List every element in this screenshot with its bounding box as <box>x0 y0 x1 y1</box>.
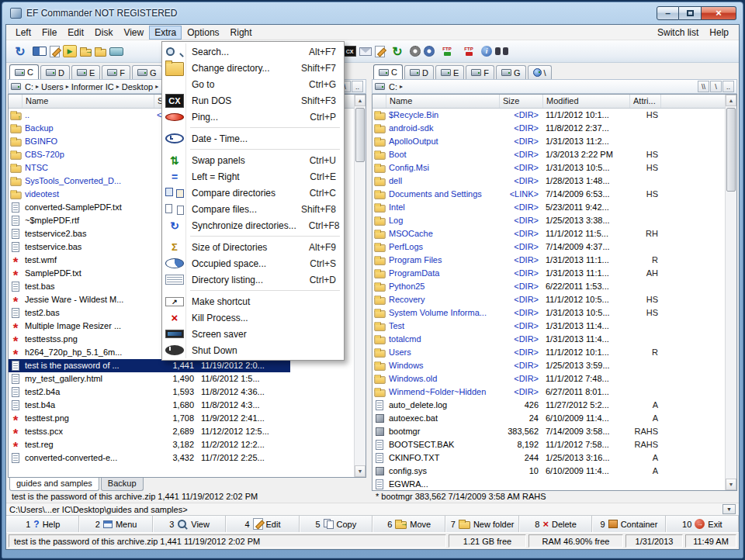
menu-help[interactable]: Help <box>704 26 734 40</box>
fkey-menu[interactable]: 2Menu <box>79 516 152 532</box>
mail-icon[interactable] <box>359 47 372 56</box>
scroll-thumb[interactable] <box>726 108 736 192</box>
file-row[interactable]: test is the password of ...1,44111/19/20… <box>9 359 290 372</box>
run-icon[interactable]: ▶ <box>63 45 77 57</box>
process-gear-icon[interactable] <box>410 46 421 57</box>
menu-disk[interactable]: Disk <box>89 26 118 40</box>
file-row[interactable]: Windows.old<DIR>11/1/2012 7:48... <box>372 372 661 385</box>
file-row[interactable]: Program Files<DIR>1/31/2013 11:1...R <box>372 254 661 267</box>
file-row[interactable]: EGWRA... <box>372 478 661 490</box>
fkey-exit[interactable]: 10→Exit <box>666 516 739 532</box>
file-row[interactable]: Python25<DIR>6/22/2011 1:53... <box>372 280 661 293</box>
file-row[interactable]: $Recycle.Bin<DIR>11/1/2012 10:1...HS <box>372 109 661 122</box>
file-row[interactable]: test2.b4a1,59311/8/2012 4:36... <box>9 385 290 399</box>
scroll-up-icon[interactable]: ▲ <box>355 95 366 106</box>
menu-item-shut-down[interactable]: Shut Down <box>164 342 342 358</box>
drive-tab-network[interactable]: \ <box>528 65 552 79</box>
menu-item-make-shortcut[interactable]: ↗Make shortcut <box>164 293 342 309</box>
drive-tab-d[interactable]: D <box>404 65 434 79</box>
folder-tab-backup[interactable]: Backup <box>101 478 144 491</box>
fkey-copy[interactable]: 5Copy <box>300 516 372 532</box>
column-header-name[interactable]: Name <box>23 95 154 108</box>
fkey-new-folder[interactable]: 7New folder <box>445 516 518 532</box>
file-row[interactable]: Intel<DIR>5/23/2011 9:42... <box>372 201 661 214</box>
file-row[interactable]: ApolloOutput<DIR>1/31/2013 11:2... <box>372 135 661 148</box>
close-button[interactable]: × <box>702 6 736 20</box>
menu-left[interactable]: Left <box>10 26 36 40</box>
fkey-delete[interactable]: 8×Delete <box>519 516 592 532</box>
column-header-modified[interactable]: Modified <box>543 95 630 108</box>
file-row[interactable]: autoexec.bat246/10/2009 11:4...A <box>372 412 661 425</box>
command-history-dropdown[interactable]: ▼ <box>722 504 736 514</box>
find-binoculars-icon[interactable] <box>495 47 508 55</box>
menu-view[interactable]: View <box>118 26 149 40</box>
drives-icon[interactable] <box>109 47 123 56</box>
drive-tab-e[interactable]: E <box>435 65 464 79</box>
breadcrumb-segment[interactable]: C: <box>23 82 35 92</box>
menu-switch-list[interactable]: Switch list <box>652 26 704 40</box>
file-row[interactable]: MSOCache<DIR>11/1/2012 11:5...RH <box>372 227 661 240</box>
file-row[interactable]: Recovery<DIR>11/1/2012 10:5...HS <box>372 293 661 306</box>
file-row[interactable]: totalcmd<DIR>1/31/2013 11:4... <box>372 333 661 346</box>
menu-item-swap-panels[interactable]: ⇅Swap panelsCtrl+U <box>164 152 342 168</box>
menu-right[interactable]: Right <box>225 26 258 40</box>
file-row[interactable]: testss.pcx2,68911/12/2012 12:5... <box>9 425 290 438</box>
menu-item-left-right[interactable]: =Left = RightCtrl+E <box>164 168 342 185</box>
title-bar[interactable]: EF Commander NOT REGISTERED – × <box>2 2 743 22</box>
menu-item-kill-process[interactable]: ×Kill Process... <box>164 309 342 326</box>
file-row[interactable]: System Volume Informa...<DIR>1/31/2013 1… <box>372 306 661 320</box>
drive-tab-d[interactable]: D <box>40 65 70 79</box>
fkey-container[interactable]: 9Container <box>592 516 665 532</box>
synchronize-icon[interactable]: ↻ <box>388 42 407 60</box>
file-row[interactable]: Documents and Settings<LINK>7/14/2009 6:… <box>372 188 661 201</box>
menu-item-synchronize-directories[interactable]: ↻Synchronize directories...Ctrl+F8 <box>164 217 342 233</box>
ftp-connect-icon[interactable]: FTP <box>438 42 456 60</box>
file-row[interactable]: Windows<DIR>1/25/2013 3:59... <box>372 359 661 372</box>
path-button-parent[interactable]: .. <box>352 81 363 92</box>
refresh-icon[interactable]: ↻ <box>11 42 29 60</box>
ftp-disconnect-icon[interactable]: FTP <box>459 42 478 60</box>
menu-options[interactable]: Options <box>182 26 224 40</box>
minimize-button[interactable]: – <box>657 6 679 20</box>
path-button-network[interactable]: \\ <box>698 81 709 92</box>
drive-tab-f[interactable]: F <box>466 65 494 79</box>
drive-tab-g[interactable]: G <box>496 65 526 79</box>
menu-item-ping[interactable]: Ping...Ctrl+P <box>164 109 342 125</box>
menu-item-size-of-directories[interactable]: ΣSize of DirectoriesAlt+F9 <box>164 239 342 255</box>
column-header-attri[interactable]: Attri... <box>630 95 661 108</box>
menu-item-go-to[interactable]: Go toCtrl+G <box>164 76 342 92</box>
file-row[interactable]: android-sdk<DIR>11/8/2012 2:37... <box>372 122 661 135</box>
fkey-help[interactable]: 1?Help <box>6 516 79 532</box>
scroll-thumb[interactable] <box>355 108 365 162</box>
help-book-icon[interactable] <box>33 47 47 56</box>
folder-tab-guides-and-samples[interactable]: guides and samples <box>9 478 99 491</box>
drive-tab-e[interactable]: E <box>71 65 100 79</box>
file-row[interactable]: config.sys106/10/2009 11:4...A <box>372 465 661 478</box>
menu-item-search[interactable]: Search...Alt+F7 <box>164 43 342 60</box>
file-row[interactable]: dell<DIR>1/28/2013 1:48... <box>372 175 661 188</box>
fkey-move[interactable]: 6Move <box>372 516 445 532</box>
file-row[interactable]: Winmend~Folder~Hidden<DIR>6/27/2011 8:01… <box>372 385 661 399</box>
scroll-down-icon[interactable]: ▼ <box>355 465 366 477</box>
command-line[interactable]: C:\Users\...er IC\Desktop\guides and sam… <box>6 503 739 515</box>
menu-item-change-directory[interactable]: Change directory...Shift+F7 <box>164 60 342 76</box>
file-row[interactable]: test.b4a1,68011/8/2012 4:3... <box>9 399 290 412</box>
file-row[interactable]: PerfLogs<DIR>7/14/2009 4:37... <box>372 240 661 254</box>
menu-item-directory-listing[interactable]: Directory listing...Ctrl+D <box>164 271 342 288</box>
column-header-icon[interactable] <box>9 95 23 108</box>
menu-extra[interactable]: Extra <box>149 26 182 40</box>
scroll-down-icon[interactable]: ▼ <box>726 479 736 490</box>
fkey-view[interactable]: 3View <box>153 516 226 532</box>
maximize-button[interactable] <box>679 6 702 20</box>
open-folder-icon[interactable] <box>95 49 106 57</box>
column-header-size[interactable]: Size <box>500 95 543 108</box>
menu-edit[interactable]: Edit <box>62 26 89 40</box>
drive-tab-f[interactable]: F <box>102 65 130 79</box>
editor-icon[interactable] <box>375 46 385 57</box>
file-row[interactable]: test.reg3,18211/2/2012 12:2... <box>9 438 290 451</box>
file-row[interactable]: converted-converted-e...3,43211/7/2012 2… <box>9 451 290 465</box>
menu-item-run-dos[interactable]: CXRun DOSShift+F3 <box>164 92 342 109</box>
edit-notes-icon[interactable] <box>50 46 60 57</box>
file-row[interactable]: auto_delete.log42611/27/2012 5:2...A <box>372 399 661 412</box>
menu-item-date-time[interactable]: Date - Time... <box>164 130 342 147</box>
